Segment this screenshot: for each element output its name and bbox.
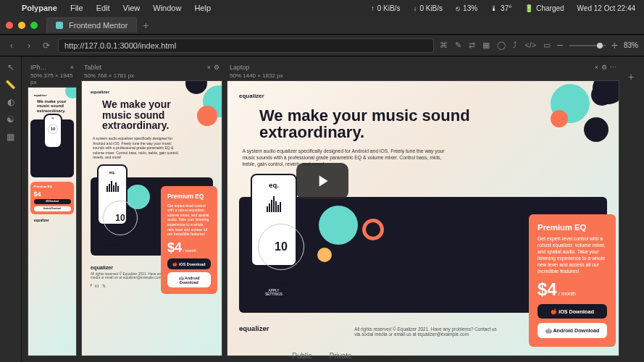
page-headline: We make your music sound extraordinary. (28, 97, 76, 115)
zoom-out-button[interactable]: − (556, 39, 563, 52)
card-desc: Get expert-level control with a robust e… (538, 236, 607, 274)
card-title: Premium EQ (538, 223, 607, 232)
pane-tablet-label: Tablet (84, 64, 101, 71)
pane-close-icon[interactable]: × (70, 64, 74, 71)
reload-button[interactable]: ⟳ (41, 41, 52, 51)
tab-title: Frontend Mentor (69, 21, 127, 30)
instagram-icon[interactable]: ⊡ (95, 283, 99, 288)
devtools-icon[interactable]: ⌘ (440, 41, 448, 50)
zoom-percent: 83% (624, 41, 638, 49)
eyedropper-icon[interactable]: ✎ (455, 41, 461, 50)
status-datetime: Wed 12 Oct 22:44 (577, 4, 635, 12)
pane-laptop-header: Laptop ×⚙⋯ (227, 62, 619, 72)
color-tool-icon[interactable]: ◐ (7, 97, 14, 107)
twitter-icon[interactable]: 𝕏 (102, 283, 106, 288)
video-play-button[interactable] (296, 163, 348, 199)
menu-window[interactable]: Window (153, 4, 181, 12)
pane-more-icon[interactable]: ⋯ (610, 64, 616, 71)
pane-settings-icon[interactable]: ⚙ (214, 64, 219, 71)
app-name[interactable]: Polypane (22, 4, 57, 12)
share-icon[interactable]: ⤴ (513, 41, 517, 50)
cursor-tool-icon[interactable]: ↖ (7, 62, 14, 72)
android-download-button[interactable]: 🤖 Android Download (167, 272, 211, 287)
grid-tool-icon[interactable]: ▦ (7, 132, 14, 142)
zoom-in-button[interactable]: + (611, 39, 618, 52)
pane-laptop-label: Laptop (230, 64, 250, 71)
ruler-tool-icon[interactable]: 📏 (5, 80, 16, 90)
forward-button[interactable]: › (23, 41, 35, 51)
status-net-down: ↓0 KiB/s (413, 4, 443, 12)
status-net-up: ↑0 KiB/s (371, 4, 401, 12)
pane-mobile-viewport[interactable]: equalizer We make your music sound extra… (28, 87, 77, 356)
ios-download-button[interactable]: iOS Download (34, 199, 71, 204)
left-sidebar-tools: ↖ 📏 ◐ ☯ ▦ (0, 56, 22, 362)
card-desc: Get expert-level control with a robust e… (167, 203, 211, 237)
workspace: ↖ 📏 ◐ ☯ ▦ IPh… × 50% 375 × 1945 px equal… (0, 56, 644, 362)
layout-icon[interactable]: ▭ (543, 41, 551, 50)
code-icon[interactable]: </> (524, 41, 536, 50)
facebook-icon[interactable]: f (91, 283, 92, 288)
pane-close-icon[interactable]: × (595, 64, 598, 71)
pane-mobile: IPh… × 50% 375 × 1945 px equalizer We ma… (28, 62, 77, 356)
maximize-window-icon[interactable] (30, 22, 38, 29)
browser-tab[interactable]: Frontend Mentor (46, 17, 137, 33)
status-temp: 🌡 37° (490, 4, 511, 12)
favicon-icon (56, 22, 63, 29)
menu-view[interactable]: View (123, 4, 141, 12)
pane-settings-icon[interactable]: ⚙ (601, 64, 607, 71)
menu-edit[interactable]: Edit (96, 4, 110, 12)
pane-mobile-header: IPh… × (28, 62, 77, 72)
tab-bar: Frontend Mentor + (0, 16, 644, 35)
page-headline: We make your music sound extraordinary. (227, 99, 521, 148)
window-controls[interactable] (6, 22, 38, 29)
tab-public[interactable]: Public (292, 352, 311, 360)
status-cpu: ⎋ 13% (456, 4, 477, 12)
toolbar: ‹ › ⟳ ⌘ ✎ ⇄ ▦ ◯ ⤴ </> ▭ − + 83% (0, 35, 644, 56)
card-price: $4 (167, 240, 182, 255)
add-pane-button[interactable]: + (624, 62, 638, 356)
card-price: $4 (538, 279, 557, 299)
overlay-icon[interactable]: ▦ (482, 41, 490, 50)
pane-tablet: Tablet ×⚙ 50% 768 × 1781 px equalizer We… (81, 62, 222, 356)
minimize-window-icon[interactable] (18, 22, 25, 29)
tab-private[interactable]: Private (330, 352, 352, 360)
macos-menubar: Polypane File Edit View Window Help ↑0 K… (0, 0, 644, 16)
add-tab-button[interactable]: + (143, 20, 149, 31)
menu-help[interactable]: Help (194, 4, 211, 12)
close-window-icon[interactable] (6, 22, 13, 29)
status-battery: 🔋 Charged (524, 4, 564, 12)
url-input[interactable] (58, 38, 434, 53)
bottom-tabs: Public Private (292, 352, 351, 360)
accessibility-tool-icon[interactable]: ☯ (7, 114, 14, 125)
pane-tablet-header: Tablet ×⚙ (81, 62, 222, 72)
pane-laptop: Laptop ×⚙⋯ 50% 1440 × 1832 px equalizer … (227, 62, 619, 356)
android-download-button[interactable]: Android Download (34, 206, 71, 211)
pane-tablet-viewport[interactable]: equalizer We make your music sound extra… (81, 80, 222, 356)
menu-file[interactable]: File (70, 4, 83, 12)
ios-download-button[interactable]: 🍎 iOS Download (167, 258, 211, 269)
pane-close-icon[interactable]: × (207, 64, 211, 71)
page-subtext: A system audio equalizer specifically de… (82, 136, 193, 160)
sync-scroll-icon[interactable]: ⇄ (469, 41, 475, 50)
ios-download-button[interactable]: 🍎 iOS Download (538, 304, 607, 319)
screenshot-icon[interactable]: ◯ (497, 41, 506, 50)
zoom-slider[interactable] (569, 45, 606, 46)
pane-mobile-label: IPh… (30, 64, 47, 71)
toolbar-action-icons: ⌘ ✎ ⇄ ▦ ◯ ⤴ </> ▭ (440, 41, 551, 50)
pane-laptop-viewport[interactable]: equalizer We make your music sound extra… (227, 80, 619, 356)
back-button[interactable]: ‹ (6, 41, 17, 51)
card-title: Premium EQ (167, 193, 211, 200)
android-download-button[interactable]: 🤖 Android Download (538, 323, 607, 338)
